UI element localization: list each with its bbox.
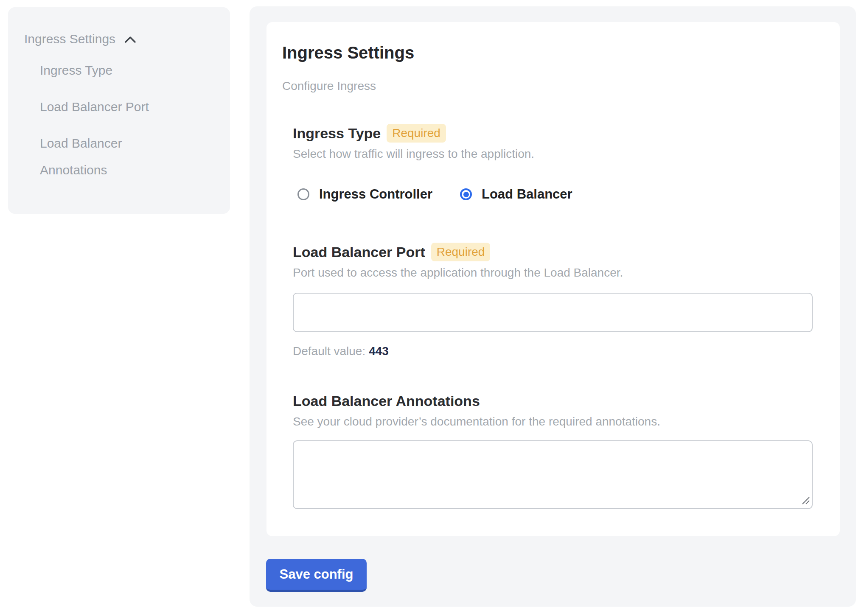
chevron-up-icon <box>124 36 137 44</box>
default-value: 443 <box>369 344 389 358</box>
required-badge: Required <box>387 124 446 143</box>
radio-ingress-controller[interactable] <box>297 188 309 200</box>
radio-label-load-balancer: Load Balancer <box>482 187 572 202</box>
lb-annotations-heading-row: Load Balancer Annotations <box>293 392 813 410</box>
page-title: Ingress Settings <box>282 42 813 63</box>
lb-annotations-textarea-wrap <box>293 440 813 509</box>
required-badge: Required <box>431 243 491 261</box>
radio-dot <box>463 192 469 197</box>
radio-label-ingress-controller: Ingress Controller <box>319 187 432 202</box>
sidebar-group-ingress-settings[interactable]: Ingress Settings <box>24 31 230 48</box>
ingress-type-heading-row: Ingress Type Required <box>293 124 813 143</box>
lb-port-heading: Load Balancer Port <box>293 243 425 261</box>
default-value-label: Default value: <box>293 344 365 358</box>
lb-port-heading-row: Load Balancer Port Required <box>293 243 813 261</box>
lb-port-description: Port used to access the application thro… <box>293 265 813 281</box>
lb-annotations-description: See your cloud provider’s documentation … <box>293 414 813 430</box>
section-load-balancer-port: Load Balancer Port Required Port used to… <box>293 243 813 359</box>
radio-option-load-balancer[interactable]: Load Balancer <box>460 187 572 202</box>
ingress-type-radio-group: Ingress Controller Load Balancer <box>293 187 813 202</box>
ingress-type-heading: Ingress Type <box>293 124 381 143</box>
ingress-type-description: Select how traffic will ingress to the a… <box>293 146 813 162</box>
load-balancer-port-input[interactable] <box>293 293 813 332</box>
form-sections: Ingress Type Required Select how traffic… <box>293 124 813 509</box>
ingress-settings-card: Ingress Settings Configure Ingress Ingre… <box>266 22 840 536</box>
page: Ingress Settings Ingress Type Load Balan… <box>0 0 864 616</box>
section-ingress-type: Ingress Type Required Select how traffic… <box>293 124 813 202</box>
radio-option-ingress-controller[interactable]: Ingress Controller <box>297 187 432 202</box>
sidebar-item-list: Ingress Type Load Balancer Port Load Bal… <box>40 57 177 183</box>
settings-sidebar: Ingress Settings Ingress Type Load Balan… <box>8 7 230 214</box>
page-subtitle: Configure Ingress <box>282 78 813 94</box>
sidebar-item-load-balancer-annotations[interactable]: Load Balancer Annotations <box>40 130 177 183</box>
sidebar-item-load-balancer-port[interactable]: Load Balancer Port <box>40 93 177 120</box>
default-value-row: Default value:443 <box>293 343 813 359</box>
radio-load-balancer[interactable] <box>460 188 472 200</box>
load-balancer-annotations-textarea[interactable] <box>293 440 813 509</box>
save-config-button[interactable]: Save config <box>266 559 367 592</box>
section-load-balancer-annotations: Load Balancer Annotations See your cloud… <box>293 392 813 509</box>
main-panel: Ingress Settings Configure Ingress Ingre… <box>250 6 856 607</box>
sidebar-item-ingress-type[interactable]: Ingress Type <box>40 57 177 84</box>
lb-annotations-heading: Load Balancer Annotations <box>293 392 480 410</box>
sidebar-group-label: Ingress Settings <box>24 31 115 48</box>
resize-handle-icon[interactable] <box>801 496 810 507</box>
